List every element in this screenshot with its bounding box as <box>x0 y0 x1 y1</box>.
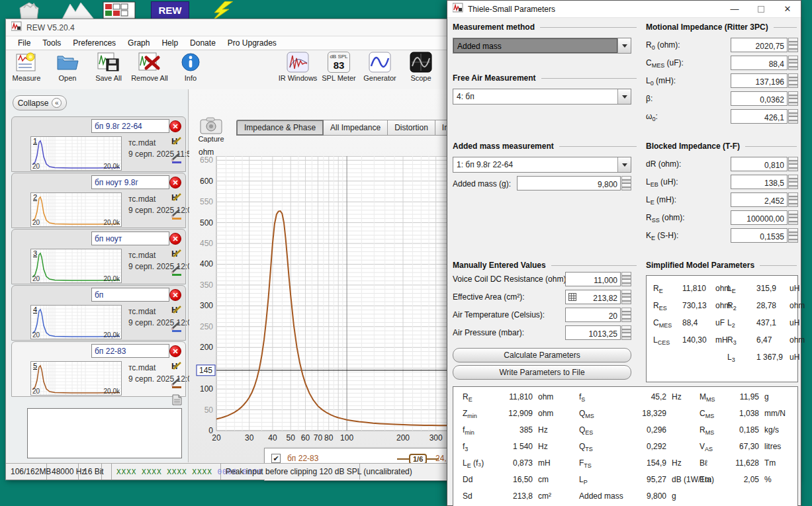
blocked-row-2-field[interactable]: 2,452 <box>731 192 798 207</box>
measurement-thumbnail[interactable]: 12020,0k <box>30 136 122 171</box>
measurement-card-3[interactable]: ✕32020,0kтс.mdat9 серп. 2025 12:02:44H <box>11 229 186 284</box>
dropdown-arrow-icon[interactable] <box>617 157 631 172</box>
spinner-buttons[interactable] <box>621 308 631 322</box>
spinner-buttons[interactable] <box>621 325 631 340</box>
measurement-thumbnail[interactable]: 32020,0k <box>30 249 122 283</box>
motional-row-1-field[interactable]: 88,4 <box>731 56 798 70</box>
capture-button[interactable]: Capture <box>197 117 226 149</box>
blocked-row-3-field[interactable]: 100000,00 <box>731 210 798 225</box>
trace-color-pencil-icon[interactable] <box>171 208 183 222</box>
measurement-thumbnail[interactable]: 52020,0k <box>30 361 122 396</box>
generator-button[interactable]: Generator <box>359 52 400 90</box>
save-all-button[interactable]: Save All <box>88 52 129 90</box>
trace-edit-icon[interactable]: H <box>171 304 183 317</box>
menu-item-tools[interactable]: Tools <box>37 37 66 49</box>
maximize-button[interactable] <box>748 1 774 17</box>
delete-measurement-button[interactable]: ✕ <box>169 120 181 132</box>
added-mass-field[interactable]: 9,800 <box>517 176 631 190</box>
trace-edit-icon[interactable]: H <box>171 248 183 261</box>
tab-distortion[interactable]: Distortion <box>388 120 435 136</box>
spinner-buttons[interactable] <box>621 290 631 304</box>
area-grid-icon[interactable] <box>568 293 576 303</box>
spinner-buttons[interactable] <box>788 192 798 207</box>
ir-windows-button[interactable]: IR Windows <box>277 52 318 90</box>
spinner-buttons[interactable] <box>788 175 798 189</box>
motional-row-3-field[interactable]: 0,0362 <box>731 91 798 106</box>
legend-checkbox[interactable]: ✔ <box>271 454 281 463</box>
measurement-name-input[interactable] <box>91 119 169 133</box>
spinner-buttons[interactable] <box>788 73 798 88</box>
delete-measurement-button[interactable]: ✕ <box>169 345 181 357</box>
spinner-buttons[interactable] <box>788 91 798 106</box>
rew-app-icon[interactable]: REW <box>151 1 189 19</box>
remove-all-button[interactable]: Remove All <box>129 52 170 90</box>
added-mass-measurement-select[interactable]: 1: бп 9.8г 22-64 <box>453 157 631 173</box>
trace-edit-icon[interactable]: H <box>171 360 183 373</box>
manual-row-2-field[interactable]: 20 <box>565 308 631 322</box>
blocked-row-1-field[interactable]: 138,5 <box>731 175 798 189</box>
menu-item-donate[interactable]: Donate <box>185 37 221 49</box>
menu-item-help[interactable]: Help <box>156 37 183 49</box>
spinner-buttons[interactable] <box>788 210 798 225</box>
notes-icon[interactable] <box>172 394 182 407</box>
measurement-thumbnail[interactable]: 42020,0k <box>30 305 122 339</box>
dropdown-arrow-icon[interactable] <box>617 89 631 104</box>
open-button[interactable]: Open <box>47 52 88 90</box>
menu-item-pro-upgrades[interactable]: Pro Upgrades <box>222 37 282 49</box>
trace-edit-icon[interactable]: H <box>171 192 183 204</box>
measurement-thumbnail[interactable]: 22020,0k <box>30 192 122 227</box>
delete-measurement-button[interactable]: ✕ <box>169 177 181 189</box>
measurement-name-input[interactable] <box>91 288 169 302</box>
menu-item-graph[interactable]: Graph <box>122 37 155 49</box>
measurement-name-input[interactable] <box>91 344 169 358</box>
blocked-row-0-field[interactable]: 0,810 <box>731 157 798 171</box>
tab-impedance-phase[interactable]: Impedance & Phase <box>236 120 324 136</box>
trace-color-pencil-icon[interactable] <box>171 265 183 278</box>
dropdown-arrow-icon[interactable] <box>617 38 631 53</box>
svg-text:300: 300 <box>200 301 213 310</box>
motional-row-0-field[interactable]: 2020,75 <box>731 38 798 52</box>
measurement-method-select[interactable]: Added mass <box>453 38 631 54</box>
spinner-buttons[interactable] <box>621 272 631 286</box>
manual-row-0-field[interactable]: 11,000 <box>565 272 631 286</box>
menu-item-file[interactable]: File <box>13 37 36 49</box>
collapse-sidebar-button[interactable]: Collapse « <box>13 95 67 110</box>
measurement-name-input[interactable] <box>91 175 169 189</box>
measurement-notes-box[interactable] <box>27 408 182 458</box>
measurement-card-1[interactable]: ✕12020,0kтс.mdat9 серп. 2025 11:58:13H <box>11 116 186 172</box>
spinner-buttons[interactable] <box>788 56 798 70</box>
calculate-parameters-button[interactable]: Calculate Parameters <box>453 348 631 362</box>
trace-color-pencil-icon[interactable] <box>171 377 183 390</box>
spinner-buttons[interactable] <box>621 176 631 190</box>
trace-edit-icon[interactable]: H <box>171 136 183 148</box>
menu-item-preferences[interactable]: Preferences <box>68 37 121 49</box>
close-button[interactable]: ✕ <box>774 1 801 17</box>
motional-row-4-field[interactable]: 426,1 <box>731 109 798 124</box>
measurement-card-4[interactable]: ✕42020,0kтс.mdat9 серп. 2025 12:04:27H <box>11 285 186 341</box>
delete-measurement-button[interactable]: ✕ <box>169 233 181 245</box>
scope-button[interactable]: Scope <box>400 52 441 90</box>
spinner-buttons[interactable] <box>788 109 798 124</box>
measure-button[interactable]: Measure <box>6 52 47 90</box>
measurement-name-input[interactable] <box>91 232 169 245</box>
thumbnail-xmax-label: 20,0k <box>104 388 120 395</box>
delete-measurement-button[interactable]: ✕ <box>169 289 181 301</box>
trace-color-pencil-icon[interactable] <box>171 321 183 334</box>
write-parameters-button[interactable]: Write Parameters to File <box>453 365 631 380</box>
info-button[interactable]: Info <box>170 52 211 90</box>
manual-row-1-field[interactable]: 213,82 <box>565 290 631 304</box>
measurement-card-2[interactable]: ✕22020,0kтс.mdat9 серп. 2025 12:01:09H <box>11 173 186 228</box>
motional-row-2-field[interactable]: 137,196 <box>731 73 798 88</box>
tab-all-impedance[interactable]: All Impedance <box>324 120 388 136</box>
spinner-buttons[interactable] <box>788 38 798 52</box>
manual-row-3-field[interactable]: 1013,25 <box>565 325 631 340</box>
measurement-card-5[interactable]: ✕52020,0kтс.mdat9 серп. 2025 12:06:24H <box>11 341 186 397</box>
free-air-select[interactable]: 4: бп <box>453 89 631 105</box>
spinner-buttons[interactable] <box>788 157 798 171</box>
spinner-buttons[interactable] <box>788 228 798 243</box>
thumbnail-xmax-label: 20,0k <box>104 275 120 282</box>
spl-meter-button[interactable]: dB SPL83SPL Meter <box>318 52 359 90</box>
minimize-button[interactable]: — <box>721 1 748 17</box>
trace-color-pencil-icon[interactable] <box>171 152 183 165</box>
blocked-row-4-field[interactable]: 0,1535 <box>731 228 798 243</box>
